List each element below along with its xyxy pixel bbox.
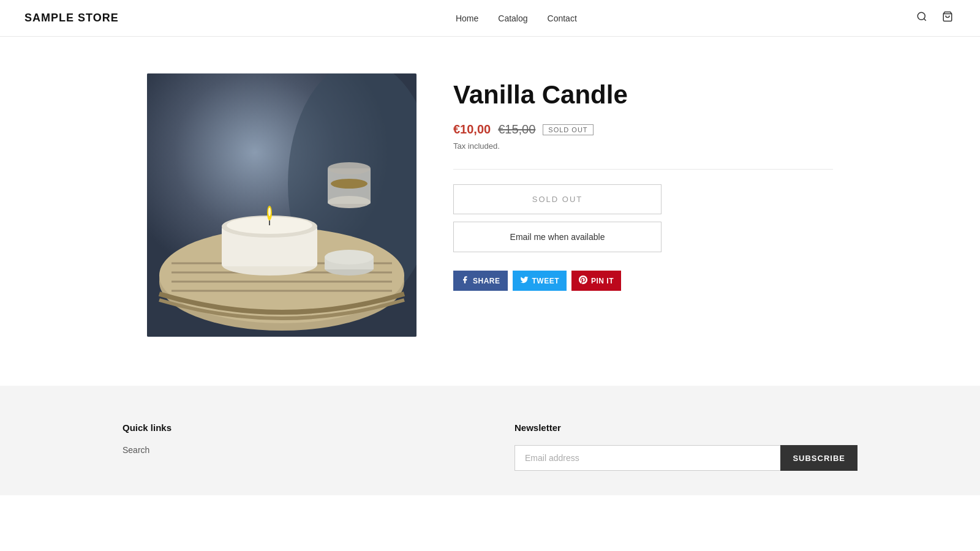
sold-out-badge: SOLD OUT — [543, 124, 593, 135]
svg-line-1 — [924, 18, 925, 20]
svg-point-20 — [328, 162, 371, 174]
nav-contact[interactable]: Contact — [548, 13, 577, 23]
share-pinterest-button[interactable]: PIN IT — [571, 271, 621, 291]
product-details: Vanilla Candle €10,00 €15,00 SOLD OUT Ta… — [453, 73, 833, 291]
newsletter-form: SUBSCRIBE — [514, 445, 858, 471]
share-twitter-label: TWEET — [532, 277, 560, 285]
svg-rect-17 — [269, 220, 270, 225]
share-twitter-button[interactable]: TWEET — [513, 271, 567, 291]
share-facebook-label: SHARE — [473, 277, 500, 285]
newsletter-heading: Newsletter — [514, 422, 858, 433]
twitter-icon — [520, 276, 529, 286]
tax-info: Tax included. — [453, 141, 833, 151]
product-image — [147, 73, 417, 337]
site-header: SAMPLE STORE Home Catalog Contact — [0, 0, 980, 37]
social-buttons: SHARE TWEET PIN IT — [453, 271, 833, 291]
footer-search-link[interactable]: Search — [123, 445, 466, 455]
divider — [453, 169, 833, 170]
footer-newsletter: Newsletter SUBSCRIBE — [514, 422, 858, 471]
current-price: €10,00 — [453, 122, 491, 137]
cart-button[interactable] — [940, 9, 956, 28]
pinterest-icon — [579, 276, 587, 286]
product-title: Vanilla Candle — [453, 80, 833, 110]
footer-quick-links: Quick links Search — [123, 422, 466, 471]
nav-catalog[interactable]: Catalog — [498, 13, 527, 23]
quick-links-heading: Quick links — [123, 422, 466, 433]
sold-out-button: SOLD OUT — [453, 184, 662, 214]
svg-point-16 — [268, 208, 271, 216]
site-footer: Quick links Search Newsletter SUBSCRIBE — [0, 386, 980, 495]
main-nav: Home Catalog Contact — [456, 13, 577, 23]
search-button[interactable] — [914, 9, 930, 28]
svg-point-21 — [331, 179, 368, 189]
svg-point-0 — [918, 12, 925, 20]
nav-home[interactable]: Home — [456, 13, 478, 23]
facebook-icon — [461, 276, 469, 286]
subscribe-button[interactable]: SUBSCRIBE — [780, 445, 858, 471]
store-name: SAMPLE STORE — [24, 12, 119, 24]
original-price: €15,00 — [498, 122, 535, 137]
newsletter-email-input[interactable] — [514, 445, 780, 471]
share-pinterest-label: PIN IT — [591, 277, 614, 285]
svg-point-24 — [325, 250, 374, 264]
share-facebook-button[interactable]: SHARE — [453, 271, 508, 291]
header-icons — [914, 9, 956, 28]
main-content: Vanilla Candle €10,00 €15,00 SOLD OUT Ta… — [0, 37, 980, 373]
email-notify-button[interactable]: Email me when available — [453, 222, 662, 252]
pricing-row: €10,00 €15,00 SOLD OUT — [453, 122, 833, 137]
product-image-container — [147, 73, 417, 337]
